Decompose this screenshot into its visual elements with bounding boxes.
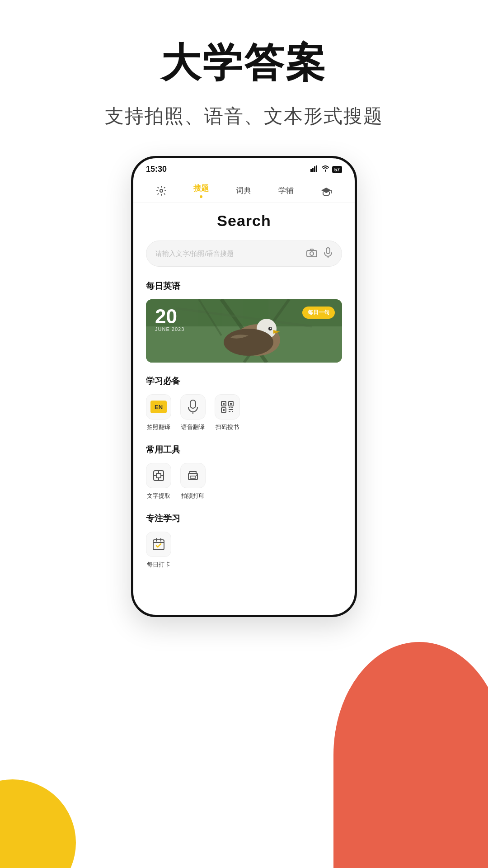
voice-translate-svg [187,400,199,414]
svg-rect-21 [190,400,196,408]
tool-voice-translate[interactable]: 语音翻译 [180,394,206,431]
scan-book-label: 扫码搜书 [216,423,239,431]
voice-translate-label: 语音翻译 [181,423,205,431]
tab-dict[interactable]: 词典 [231,184,256,200]
tool-text-extract[interactable]: 文字提取 [146,463,171,500]
daily-english-title: 每日英语 [146,280,342,292]
daily-english-card[interactable]: 20 JUNE 2023 每日一句 [146,299,342,363]
status-bar: 15:30 57 [133,158,355,178]
daily-checkin-svg [152,538,165,551]
svg-point-7 [310,252,314,255]
svg-rect-24 [223,403,225,405]
svg-point-19 [270,328,272,329]
scan-book-icon-box [215,394,240,420]
study-essentials-title: 学习必备 [146,375,342,387]
nav-tabs: 搜题 词典 学辅 [133,178,355,203]
tool-photo-translate[interactable]: EN 拍照翻译 [146,394,171,431]
card-badge: 每日一句 [302,307,335,319]
tab-dict-label: 词典 [236,185,251,196]
text-extract-icon-box [146,463,171,488]
scan-book-svg [221,401,234,413]
card-date: 20 JUNE 2023 [155,307,184,332]
svg-rect-28 [223,409,225,411]
text-extract-label: 文字提取 [147,492,170,500]
tool-daily-checkin[interactable]: 每日打卡 [146,532,171,569]
search-page-title: Search [146,212,342,230]
search-bar[interactable]: 请输入文字/拍照/语音搜题 [146,241,342,267]
svg-rect-40 [188,473,197,480]
common-tools-grid: 文字提取 拍照打印 [146,463,342,500]
photo-translate-label: 拍照翻译 [147,423,170,431]
daily-checkin-icon-box [146,532,171,557]
svg-rect-43 [153,540,164,550]
status-time: 15:30 [146,165,167,174]
photo-print-icon-box [180,463,206,488]
search-placeholder: 请输入文字/拍照/语音搜题 [155,250,306,258]
tab-settings[interactable] [151,184,171,201]
mic-icon[interactable] [324,247,333,260]
status-icons: 57 [310,165,342,173]
phone-content: Search 请输入文字/拍照/语音搜题 [133,203,355,610]
camera-icon[interactable] [306,248,317,259]
tab-tutor[interactable]: 学辅 [274,184,298,200]
svg-rect-41 [190,476,196,478]
svg-rect-2 [314,166,315,172]
phone-container: 15:30 57 [0,156,488,617]
translate-en-icon: EN [150,401,167,413]
phone-mockup: 15:30 57 [131,156,357,617]
svg-rect-35 [156,473,161,478]
tool-photo-print[interactable]: 拍照打印 [180,463,206,500]
card-date-sub: JUNE 2023 [155,326,184,332]
tab-tutor-label: 学辅 [278,185,294,196]
focus-study-title: 专注学习 [146,513,342,524]
tab-cap[interactable] [316,184,337,200]
tab-search-label: 搜题 [193,183,209,193]
bg-yellow-shape [0,779,76,868]
svg-point-20 [224,329,273,356]
svg-point-4 [160,189,163,192]
photo-print-label: 拍照打印 [181,492,205,500]
svg-rect-3 [316,165,317,172]
card-date-number: 20 [155,307,184,326]
svg-point-42 [196,475,197,476]
svg-rect-0 [310,169,312,172]
photo-translate-icon-box: EN [146,394,171,420]
text-extract-svg [152,469,165,482]
signal-icon [310,165,319,173]
app-subtitle: 支持拍照、语音、文本形式搜题 [0,104,488,129]
wifi-icon [321,165,329,173]
app-title: 大学答案 [0,36,488,90]
svg-rect-8 [326,248,330,254]
photo-print-svg [186,469,200,482]
bg-red-shape [333,642,488,868]
tool-scan-book[interactable]: 扫码搜书 [215,394,240,431]
tab-active-dot [200,195,202,198]
battery-icon: 57 [332,166,342,173]
voice-translate-icon-box [180,394,206,420]
svg-rect-1 [312,168,314,172]
focus-study-grid: 每日打卡 [146,532,342,569]
study-essentials-grid: EN 拍照翻译 语音翻译 [146,394,342,431]
tab-search[interactable]: 搜题 [189,181,213,203]
search-bar-icons [306,247,333,260]
common-tools-title: 常用工具 [146,444,342,456]
daily-checkin-label: 每日打卡 [147,561,170,569]
top-section: 大学答案 支持拍照、语音、文本形式搜题 [0,0,488,129]
svg-rect-26 [230,403,232,405]
